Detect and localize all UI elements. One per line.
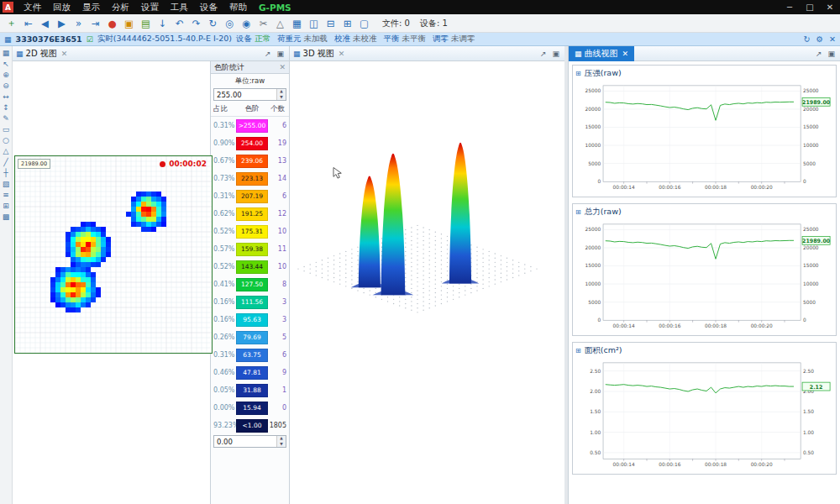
spinner-arrows[interactable]: ▲ ▼ <box>276 89 286 100</box>
close-icon[interactable]: ✕ <box>279 63 286 71</box>
legend-count: 14 <box>268 175 286 182</box>
spin-down-icon[interactable]: ▼ <box>277 95 286 101</box>
color-swatch: 175.31 <box>236 225 268 239</box>
tab-curve-view[interactable]: ▦ 曲线视图 ✕ <box>569 46 634 61</box>
popout-icon[interactable]: ↗ <box>265 50 271 58</box>
close-icon[interactable]: ✕ <box>339 50 345 58</box>
measure-icon[interactable]: △ <box>272 16 288 31</box>
pan-vertical-icon[interactable]: ↕ <box>3 104 9 112</box>
legend-count: 19 <box>268 139 286 147</box>
pan-horizontal-icon[interactable]: ↔ <box>3 93 9 101</box>
legend-percent: 0.62% <box>213 210 236 218</box>
color-swatch: <1.00 <box>236 419 268 433</box>
area-chart[interactable]: 0.500.501.001.001.501.502.002.002.502.50… <box>575 356 833 472</box>
line-tool-icon[interactable]: ╱ <box>3 159 8 166</box>
menu-item-6[interactable]: 工具 <box>165 2 194 13</box>
annotate-icon[interactable]: ✎ <box>3 115 9 123</box>
menu-item-7[interactable]: 设备 <box>194 2 223 13</box>
refresh-icon[interactable]: ↻ <box>205 16 221 31</box>
cut-icon[interactable]: ✂ <box>255 16 271 31</box>
svg-text:00:00:14: 00:00:14 <box>613 462 635 467</box>
panel-menu-icon[interactable]: ▣ <box>552 50 559 58</box>
maximize-button[interactable]: □ <box>800 3 820 12</box>
menu-item-8[interactable]: 帮助 <box>223 2 253 13</box>
export-icon[interactable]: ↓ <box>155 16 171 31</box>
record-icon[interactable]: ● <box>104 16 120 31</box>
triangle-tool-icon[interactable]: △ <box>3 148 9 155</box>
close-button[interactable]: ✕ <box>820 3 840 12</box>
color-swatch: 223.13 <box>236 172 268 186</box>
layout-quad-icon[interactable]: ⊞ <box>339 16 355 31</box>
color-swatch: 15.94 <box>236 402 268 415</box>
add-icon[interactable]: ＋ <box>3 16 19 31</box>
panel-menu-icon[interactable]: ▣ <box>827 50 835 58</box>
layout-single-icon[interactable]: ▢ <box>356 16 372 31</box>
surface-3d-plot[interactable] <box>290 61 564 504</box>
settings-icon[interactable]: ⚙ <box>816 34 824 44</box>
close-icon[interactable]: ✕ <box>61 50 68 58</box>
hatch-icon[interactable]: ▧ <box>3 181 10 188</box>
record-dot-icon[interactable]: ◉ <box>239 16 255 31</box>
popout-icon[interactable]: ↗ <box>816 50 822 58</box>
select-cursor-icon[interactable]: ↖ <box>3 60 9 68</box>
go-start-icon[interactable]: ⇤ <box>20 16 36 31</box>
menu-item-2[interactable]: 回放 <box>47 2 76 13</box>
max-level-spinner[interactable]: 255.00 ▲ ▼ <box>213 88 286 101</box>
svg-text:10000: 10000 <box>803 143 819 148</box>
next-frame-icon[interactable]: » <box>71 16 87 31</box>
popout-icon[interactable]: ↗ <box>540 50 547 58</box>
go-end-icon[interactable]: ⇥ <box>87 16 103 31</box>
close-icon[interactable]: ✕ <box>829 34 836 44</box>
total-force-chart[interactable]: 0050005000100001000015000150002000020000… <box>575 218 833 333</box>
close-icon[interactable]: ✕ <box>622 50 629 58</box>
ellipse-tool-icon[interactable]: ○ <box>3 137 9 144</box>
play-icon[interactable]: ▶ <box>54 16 70 31</box>
redo-icon[interactable]: ↷ <box>188 16 204 31</box>
refresh-icon[interactable]: ↻ <box>804 34 811 44</box>
layout-rows-icon[interactable]: ⊟ <box>323 16 339 31</box>
rect-tool-icon[interactable]: ▭ <box>3 126 10 134</box>
svg-text:2.12: 2.12 <box>810 383 823 389</box>
zoom-out-icon[interactable]: ⊖ <box>3 82 9 90</box>
spin-down-icon[interactable]: ▼ <box>277 442 286 448</box>
menu-item-3[interactable]: 显示 <box>76 2 106 13</box>
svg-text:2.50: 2.50 <box>590 369 601 374</box>
pressure-heatmap[interactable]: 21989.00 00:00:02 <box>14 155 213 354</box>
menu-item-1[interactable]: 文件 <box>18 2 47 13</box>
shade-icon[interactable]: ▩ <box>3 213 10 221</box>
layout-grid-icon[interactable]: ▦ <box>289 16 305 31</box>
undo-icon[interactable]: ↶ <box>171 16 187 31</box>
zoom-in-icon[interactable]: ⊕ <box>3 71 9 79</box>
menu-item-4[interactable]: 分析 <box>106 2 135 13</box>
view-grid-icon[interactable]: ▦ <box>3 50 10 57</box>
record-dot-icon <box>160 161 165 167</box>
menu-item-9[interactable]: G-PMS <box>253 3 297 13</box>
tab-3d-view[interactable]: 3D 视图 <box>303 48 334 60</box>
recording-timer: 00:00:02 <box>160 160 207 168</box>
save-icon[interactable]: ▤ <box>138 16 154 31</box>
svg-text:00:00:20: 00:00:20 <box>751 323 773 328</box>
snapshot-icon[interactable]: ▣ <box>121 16 137 31</box>
spinner-arrows[interactable]: ▲ ▼ <box>276 436 286 447</box>
layout-columns-icon[interactable]: ◫ <box>306 16 322 31</box>
svg-text:15000: 15000 <box>803 124 819 129</box>
min-level-value: 0.00 <box>214 438 276 446</box>
prev-frame-icon[interactable]: ◀ <box>37 16 53 31</box>
panel-menu-icon[interactable]: ▣ <box>276 50 284 58</box>
pressure-chart[interactable]: 0050005000100001000015000150002000020000… <box>575 79 833 195</box>
color-swatch: >255.00 <box>236 119 268 133</box>
minimize-button[interactable]: ─ <box>780 3 800 12</box>
list-icon[interactable]: ≡ <box>3 192 9 199</box>
realtime-check-icon[interactable]: ☑ <box>87 35 93 44</box>
tab-2d-view[interactable]: 2D 视图 <box>26 48 57 60</box>
min-level-spinner[interactable]: 0.00 ▲ ▼ <box>213 435 286 448</box>
svg-text:00:00:16: 00:00:16 <box>659 323 680 328</box>
status-token: 平衡未平衡 <box>384 34 427 45</box>
table-icon[interactable]: ⊞ <box>3 202 9 210</box>
menu-item-5[interactable]: 设置 <box>135 2 165 13</box>
target-icon[interactable]: ◎ <box>222 16 238 31</box>
svg-text:0.50: 0.50 <box>803 450 814 455</box>
status-token-label: 荷重元 <box>277 34 302 45</box>
crosshair-icon[interactable]: ┼ <box>3 170 8 177</box>
legend-count: 6 <box>268 192 286 200</box>
